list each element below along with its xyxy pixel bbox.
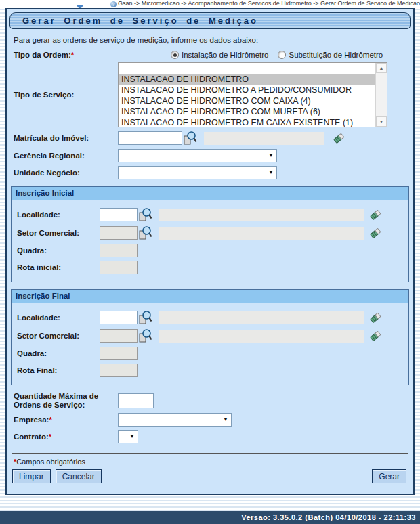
eraser-icon[interactable]: [368, 225, 383, 240]
eraser-icon[interactable]: [368, 207, 383, 222]
breadcrumb: ?Gsan -> Micromedicao -> Acompanhamento …: [0, 0, 420, 7]
search-icon[interactable]: [138, 310, 152, 325]
scroll-down-icon[interactable]: ▼: [376, 116, 387, 127]
tipo-servico-options: INSTALACAO DE HIDROMETRO INSTALACAO DE H…: [119, 63, 375, 127]
cancelar-button[interactable]: Cancelar: [56, 469, 102, 483]
eraser-icon[interactable]: [368, 310, 383, 325]
tipo-ordem-row: Tipo da Ordem:* Instalação de Hidrômetro…: [14, 51, 411, 59]
inscricao-final-title: Inscrição Final: [12, 290, 408, 303]
required-asterisk: *: [49, 433, 51, 441]
inscricao-final-body: Localidade: Setor Comercial:: [12, 303, 408, 385]
gerar-ordem-servico-panel: Gerar Ordem de Serviço de Medição Para g…: [5, 8, 415, 495]
matricula-display: [204, 132, 324, 145]
inscricao-inicial-section: Inscrição Inicial Localidade: Setor Come…: [11, 186, 409, 282]
contrato-label: Contrato:*: [14, 433, 118, 441]
search-icon[interactable]: [138, 328, 152, 343]
eraser-icon[interactable]: [368, 328, 383, 343]
list-item[interactable]: INSTALACAO DE HIDROMETRO A PEDIDO/CONSUM…: [119, 85, 375, 95]
version-footer: Versão: 3.35.0.2 (Batch) 04/10/2018 - 22…: [0, 511, 420, 524]
inscricao-inicial-title: Inscrição Inicial: [12, 187, 408, 200]
setor-final-row: Setor Comercial:: [17, 328, 383, 343]
tipo-servico-row: Tipo de Serviço: INSTALACAO DE HIDROMETR…: [14, 62, 411, 127]
page-title: Gerar Ordem de Serviço de Medição: [9, 12, 411, 29]
setor-comercial-label: Setor Comercial:: [17, 332, 100, 340]
localidade-inicial-display: [159, 209, 364, 221]
unidade-label: Unidade Negócio:: [14, 169, 118, 177]
localidade-label: Localidade:: [17, 313, 100, 322]
matricula-label: Matrícula do Imóvel:: [14, 134, 118, 142]
contrato-row: Contrato:* ▼: [14, 430, 411, 443]
rota-inicial-row: Rota inicial:: [17, 261, 383, 274]
list-item[interactable]: INSTALACAO DE HIDROMETRO COM MURETA (6): [119, 106, 375, 117]
tipo-servico-listbox[interactable]: INSTALACAO DE HIDROMETRO INSTALACAO DE H…: [118, 62, 387, 127]
rota-final-row: Rota Final:: [17, 364, 383, 377]
localidade-inicial-input[interactable]: [100, 208, 138, 221]
localidade-final-input[interactable]: [100, 311, 138, 324]
radio-instalacao-hidrometro[interactable]: [171, 51, 179, 59]
button-row: Limpar Cancelar Gerar: [12, 469, 408, 483]
divider: [12, 453, 408, 454]
quantidade-row: Quantidade Máxima de Ordens de Serviço:: [14, 392, 411, 410]
gerencia-label: Gerência Regional:: [14, 152, 118, 160]
localidade-inicial-row: Localidade:: [17, 207, 383, 222]
list-item[interactable]: INSTALACAO DE HIDROMETRO EM CAIXA EXISTE…: [119, 117, 375, 127]
required-asterisk: *: [49, 416, 51, 424]
rota-final-input: [100, 364, 138, 377]
contrato-select[interactable]: ▼: [118, 430, 138, 443]
gerencia-regional-select[interactable]: ▼: [118, 149, 277, 162]
rota-inicial-label: Rota inicial:: [17, 263, 100, 271]
quadra-label: Quadra:: [17, 349, 100, 357]
search-icon[interactable]: [182, 131, 197, 146]
required-asterisk: *: [71, 51, 74, 59]
chevron-down-icon: ▼: [223, 416, 228, 422]
required-note: *Campos obrigatórios: [14, 458, 411, 466]
quadra-final-input: [100, 347, 138, 360]
inscricao-inicial-body: Localidade: Setor Comercial:: [12, 200, 408, 282]
unidade-negocio-select[interactable]: ▼: [118, 166, 277, 179]
matricula-input[interactable]: [118, 131, 182, 145]
chevron-down-icon: ▼: [129, 433, 135, 439]
setor-inicial-row: Setor Comercial:: [17, 225, 383, 240]
quadra-inicial-row: Quadra:: [17, 244, 383, 257]
intro-text: Para gerar as ordens de serviço de mediç…: [14, 36, 411, 44]
radio-instalacao-label[interactable]: Instalação de Hidrômetro: [182, 51, 268, 59]
chevron-down-icon: ▼: [268, 152, 274, 158]
localidade-final-display: [159, 311, 364, 324]
breadcrumb-text: Gsan -> Micromedicao -> Acompanhamento d…: [118, 0, 420, 7]
setor-final-input: [100, 329, 138, 343]
list-item-selected[interactable]: INSTALACAO DE HIDROMETRO: [119, 74, 375, 85]
setor-inicial-input: [100, 226, 138, 240]
list-item[interactable]: [119, 63, 375, 74]
empresa-label: Empresa:*: [14, 416, 118, 424]
setor-inicial-display: [159, 227, 364, 240]
chevron-down-icon: ▼: [268, 169, 274, 175]
setor-final-display: [159, 330, 364, 343]
unidade-row: Unidade Negócio: ▼: [14, 166, 411, 179]
inscricao-final-section: Inscrição Final Localidade: Setor Comerc…: [11, 289, 409, 385]
gerencia-row: Gerência Regional: ▼: [14, 149, 411, 162]
radio-substituicao-label[interactable]: Substituição de Hidrômetro: [289, 51, 383, 59]
quadra-final-row: Quadra:: [17, 347, 383, 360]
localidade-label: Localidade:: [17, 211, 100, 219]
matricula-row: Matrícula do Imóvel:: [14, 131, 411, 146]
empresa-select[interactable]: ▼: [118, 413, 232, 427]
scroll-up-icon[interactable]: ▲: [376, 63, 387, 73]
quadra-inicial-input: [100, 244, 138, 257]
search-icon[interactable]: [138, 225, 152, 240]
tipo-servico-label: Tipo de Serviço:: [14, 91, 118, 99]
quantidade-input[interactable]: [118, 393, 154, 408]
rota-inicial-input: [100, 261, 138, 274]
help-icon[interactable]: ?: [110, 1, 117, 7]
gerar-button[interactable]: Gerar: [372, 469, 406, 483]
localidade-final-row: Localidade:: [17, 310, 383, 325]
quadra-label: Quadra:: [17, 246, 100, 255]
setor-comercial-label: Setor Comercial:: [17, 229, 100, 237]
eraser-icon[interactable]: [331, 131, 346, 146]
search-icon[interactable]: [138, 207, 152, 222]
radio-substituicao-hidrometro[interactable]: [278, 51, 286, 59]
listbox-scrollbar[interactable]: ▲ ▼: [375, 63, 387, 127]
empresa-row: Empresa:* ▼: [14, 413, 411, 427]
list-item[interactable]: INSTALACAO DE HIDROMETRO COM CAIXA (4): [119, 95, 375, 106]
limpar-button[interactable]: Limpar: [12, 469, 51, 483]
quantidade-label: Quantidade Máxima de Ordens de Serviço:: [14, 392, 118, 410]
